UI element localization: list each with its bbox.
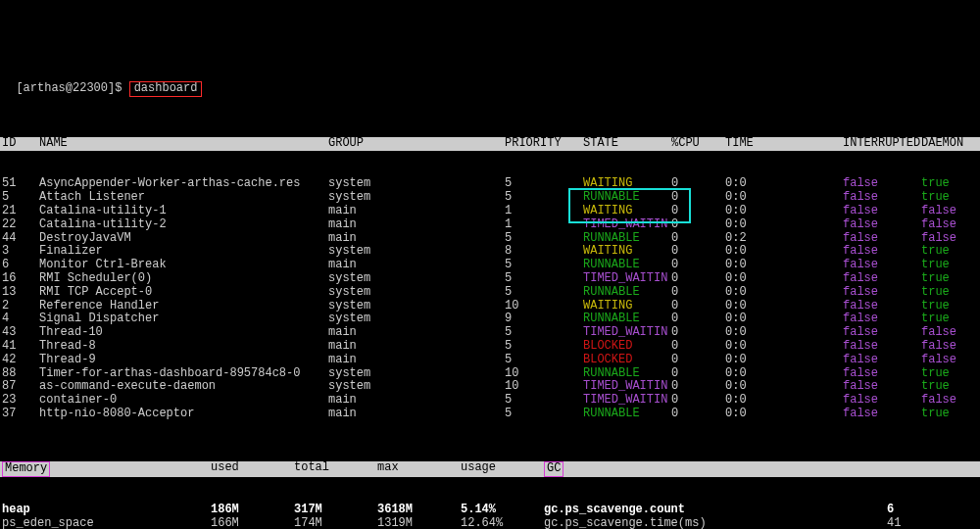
col-priority: PRIORITY [505,137,583,151]
table-row: 22Catalina-utility-2main1TIMED_WAITIN00:… [0,218,980,232]
table-row: 5Attach Listenersystem5RUNNABLE00:0false… [0,191,980,205]
mem-col-max: max [377,461,461,477]
mem-col-used: used [211,461,294,477]
memory-gc-header: Memory used total max usage GC [0,461,980,477]
col-time: TIME [725,137,843,151]
table-row: 41Thread-8main5BLOCKED00:0falsefalse [0,340,980,354]
command-highlight: dashboard [129,81,203,97]
table-row: 4Signal Dispatchersystem9RUNNABLE00:0fal… [0,313,980,326]
col-interrupted: INTERRUPTED [843,137,921,151]
shell-prompt-line[interactable]: [arthas@22300]$ dashboard [0,68,980,97]
table-row: 43Thread-10main5TIMED_WAITIN00:0falsefal… [0,326,980,340]
shell-prompt: [arthas@22300]$ [16,81,122,95]
table-row: 42Thread-9main5BLOCKED00:0falsefalse [0,354,980,367]
col-name: NAME [39,137,328,151]
col-group: GROUP [328,137,505,151]
gc-section-label: GC [544,461,564,477]
table-row: 21Catalina-utility-1main1WAITING00:0fals… [0,205,980,218]
table-row: 44DestroyJavaVMmain5RUNNABLE00:2falsefal… [0,232,980,246]
table-row: 16RMI Scheduler(0)system5TIMED_WAITIN00:… [0,272,980,286]
table-row: 2Reference Handlersystem10WAITING00:0fal… [0,300,980,313]
col-daemon: DAEMON [921,137,970,151]
memory-table-body: heap186M317M3618M5.14%gc.ps_scavenge.cou… [0,504,980,529]
mem-col-usage: usage [461,461,544,477]
col-id: ID [0,137,39,151]
col-cpu: %CPU [671,137,725,151]
memory-row: heap186M317M3618M5.14%gc.ps_scavenge.cou… [0,504,980,517]
memory-row: ps_eden_space166M174M1319M12.64%gc.ps_sc… [0,517,980,529]
table-row: 13RMI TCP Accept-0system5RUNNABLE00:0fal… [0,286,980,300]
mem-col-total: total [294,461,377,477]
col-state: STATE [583,137,671,151]
table-row: 6Monitor Ctrl-Breakmain5RUNNABLE00:0fals… [0,259,980,272]
table-row: 51AsyncAppender-Worker-arthas-cache.ress… [0,177,980,191]
memory-section-label: Memory [2,461,50,477]
table-row: 3Finalizersystem8WAITING00:0falsetrue [0,245,980,259]
thread-table-header: ID NAME GROUP PRIORITY STATE %CPU TIME I… [0,137,980,151]
table-row: 23container-0main5TIMED_WAITIN00:0falsef… [0,394,980,408]
table-row: 87as-command-execute-daemonsystem10TIMED… [0,380,980,394]
table-row: 88Timer-for-arthas-dashboard-895784c8-0s… [0,367,980,381]
table-row: 37http-nio-8080-Acceptormain5RUNNABLE00:… [0,408,980,421]
thread-table-body: 51AsyncAppender-Worker-arthas-cache.ress… [0,177,980,420]
